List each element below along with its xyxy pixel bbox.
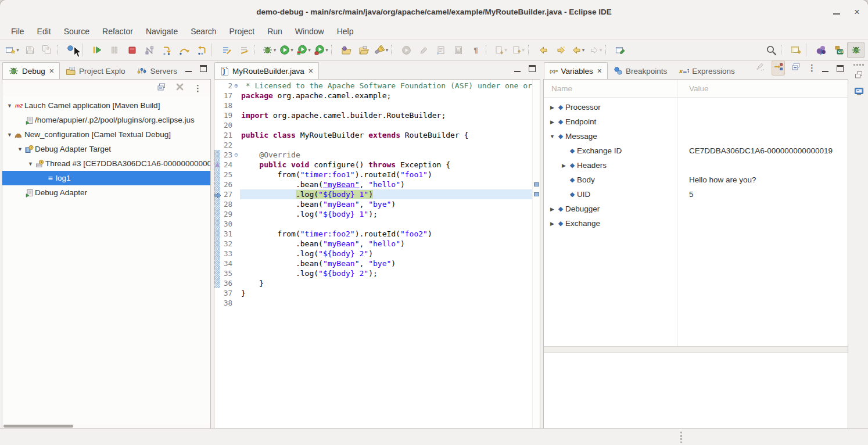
variable-row-headers[interactable]: ▶◆Headers [544, 158, 848, 173]
code-line-23[interactable]: 23⊖ @Override [214, 150, 532, 160]
fold-toggle-icon[interactable]: ⊖ [232, 150, 240, 160]
step-into-button[interactable] [158, 42, 175, 58]
external-tools-button[interactable]: ▾ [313, 42, 330, 58]
debug-tree-item-debug-adapter[interactable]: Debug Adapter [2, 185, 210, 200]
code-line-33[interactable]: 33 .log("${body} 2") [214, 249, 532, 259]
variable-row-endpoint[interactable]: ▶◆Endpoint [544, 114, 848, 129]
menu-file[interactable]: File [5, 25, 31, 38]
menu-run[interactable]: Run [261, 25, 289, 38]
back-history-button[interactable]: ▾ [569, 42, 587, 58]
terminate-button[interactable] [123, 42, 141, 58]
collapse-all-button[interactable] [791, 62, 801, 74]
code-line-27[interactable]: 27 .log("${body} 1") [214, 189, 532, 199]
fold-toggle-icon[interactable]: ⊕ [232, 81, 240, 91]
code-line-18[interactable]: 18 [214, 101, 532, 110]
dropdown-arrow-icon[interactable]: ▾ [600, 47, 602, 53]
code-line-34[interactable]: 34 .bean("myBean", "bye") [214, 259, 532, 268]
dropdown-arrow-icon[interactable]: ▾ [582, 47, 585, 53]
hovered-button-button[interactable] [63, 42, 81, 58]
minimize-view-button[interactable] [514, 64, 521, 74]
minimize-window-button[interactable] [833, 6, 840, 17]
variable-detail-pane[interactable] [544, 353, 848, 428]
step-over-button[interactable] [175, 42, 193, 58]
pin-editor-button[interactable] [612, 42, 629, 58]
line-number[interactable]: 26 [220, 180, 232, 189]
value-column-header[interactable]: Value [677, 84, 848, 93]
occurrence-marker-icon[interactable] [534, 182, 539, 186]
right-tab-expressions[interactable]: x=?Expressions [673, 62, 741, 79]
dropdown-arrow-icon[interactable]: ▾ [308, 47, 311, 53]
maximize-view-button[interactable] [200, 64, 207, 74]
line-number[interactable]: 21 [220, 130, 232, 140]
code-line-30[interactable]: 30 [214, 219, 532, 229]
debug-tree-item-thread-3-ce7ddba306dc1a6-0000000[interactable]: ▼Thread #3 [CE7DDBA306DC1A6-00000000000 [2, 156, 210, 171]
git-perspective-button[interactable]: GIT [830, 42, 847, 58]
line-number[interactable]: 36 [220, 278, 232, 288]
expander-icon[interactable]: ▼ [6, 103, 13, 109]
line-number[interactable]: 30 [220, 219, 232, 229]
dropdown-arrow-icon[interactable]: ▾ [504, 47, 507, 53]
minimize-view-button[interactable] [185, 64, 192, 74]
open-task-button[interactable] [338, 42, 355, 58]
next-edit-location-button[interactable] [552, 42, 569, 58]
variable-row-message[interactable]: ▼◆Message [544, 129, 848, 143]
code-line-25[interactable]: 25 from("timer:foo1").routeId("foo1") [214, 170, 532, 180]
maximize-view-button[interactable] [529, 64, 536, 74]
code-editor[interactable]: 2⊕ * Licensed to the Apache Software Fou… [214, 80, 540, 428]
line-number[interactable]: 29 [220, 209, 232, 219]
expander-icon[interactable]: ▶ [548, 105, 556, 110]
menu-project[interactable]: Project [223, 25, 261, 38]
menu-search[interactable]: Search [184, 25, 223, 38]
code-line-35[interactable]: 35 .log("${body} 2"); [214, 268, 532, 278]
disconnect-button[interactable] [141, 42, 158, 58]
dropdown-arrow-icon[interactable]: ▾ [290, 47, 293, 53]
show-logical-structure-button[interactable] [772, 61, 784, 75]
debug-tree-item-home-apupier-p2-pool-plugins-org[interactable]: /home/apupier/.p2/pool/plugins/org.eclip… [2, 113, 210, 127]
menu-source[interactable]: Source [58, 25, 96, 38]
code-line-28[interactable]: 28 .bean("myBean", "bye") [214, 199, 532, 209]
menu-refactor[interactable]: Refactor [96, 25, 139, 38]
java-perspective-button[interactable]: J [812, 42, 830, 58]
open-resource-button[interactable] [355, 42, 372, 58]
left-tab-project-explo[interactable]: Project Explo [60, 62, 131, 79]
line-number[interactable]: 22 [220, 140, 232, 150]
code-line-21[interactable]: 21public class MyRouteBuilder extends Ro… [214, 130, 532, 140]
expander-icon[interactable]: ▼ [27, 161, 34, 167]
debug-perspective-button[interactable] [847, 42, 865, 58]
code-line-31[interactable]: 31 from("timer:foo2").routeId("foo2") [214, 229, 532, 239]
code-line-32[interactable]: 32 .bean("myBean", "hello") [214, 239, 532, 249]
line-number[interactable]: 34 [220, 259, 232, 268]
view-menu-button[interactable]: ⋮ [193, 83, 202, 94]
restore-views-button[interactable] [855, 71, 863, 81]
strip-drag-handle-icon[interactable] [853, 64, 864, 66]
line-number[interactable]: 17 [220, 91, 232, 101]
line-number[interactable]: 31 [220, 229, 232, 239]
code-line-17[interactable]: 17package org.apache.camel.example; [214, 91, 532, 101]
line-number[interactable]: 28 [220, 199, 232, 209]
overview-ruler[interactable] [532, 80, 540, 428]
close-tab-icon[interactable]: × [49, 66, 54, 76]
line-number[interactable]: 24 [220, 160, 232, 170]
view-menu-button[interactable]: ⋮ [808, 63, 816, 73]
line-number[interactable]: 32 [220, 239, 232, 249]
last-edit-location-button[interactable] [535, 42, 552, 58]
code-line-38[interactable]: 38 [214, 298, 532, 308]
debug-tree-item-lauch-camel-application-maven-bu[interactable]: ▼m2Lauch Camel application [Maven Build] [2, 98, 210, 113]
column-divider[interactable] [677, 98, 678, 346]
left-tab-debug[interactable]: Debug× [2, 62, 60, 79]
step-return-button[interactable] [193, 42, 210, 58]
line-number[interactable]: 23 [220, 150, 232, 160]
line-number[interactable]: 2 [220, 81, 232, 91]
variable-row-body[interactable]: ◆BodyHello how are you? [544, 173, 848, 187]
debug-tree-item-new-configuration-camel-textual-[interactable]: ▼New_configuration [Camel Textual Debug] [2, 127, 210, 142]
line-number[interactable]: 18 [220, 101, 232, 110]
minimize-view-button[interactable] [822, 64, 828, 74]
expander-icon[interactable]: ▶ [548, 206, 556, 212]
run-button[interactable]: ▾ [278, 42, 295, 58]
menu-help[interactable]: Help [331, 25, 360, 38]
dropdown-arrow-icon[interactable]: ▾ [16, 47, 19, 53]
dropdown-arrow-icon[interactable]: ▾ [325, 47, 328, 53]
skip-all-breakpoints-button[interactable] [218, 42, 235, 58]
code-line-24[interactable]: 24 public void configure() throws Except… [214, 160, 532, 170]
expander-icon[interactable]: ▼ [16, 146, 24, 152]
